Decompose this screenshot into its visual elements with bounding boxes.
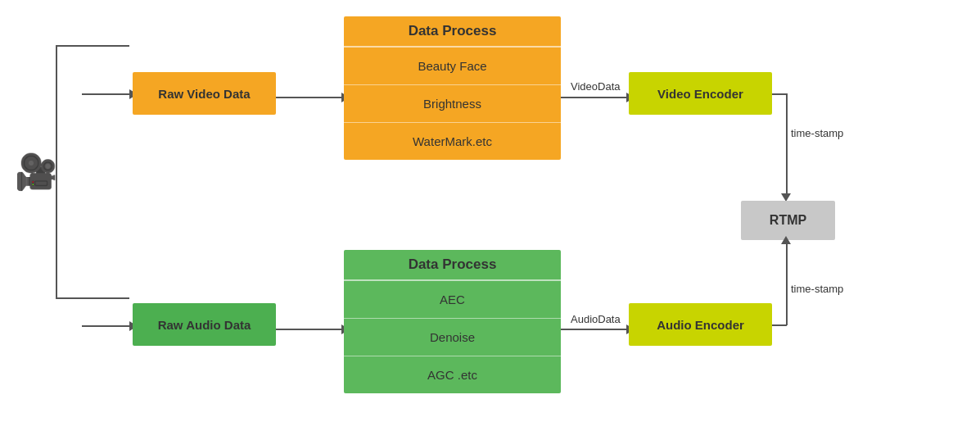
v-line-top bbox=[56, 45, 57, 172]
h-line-top bbox=[56, 45, 129, 47]
camera-icon: 🎥 bbox=[15, 152, 57, 192]
v-line-audio-encoder-rtmp bbox=[786, 241, 788, 302]
h-right-connector bbox=[772, 93, 787, 95]
arrow-to-raw-audio bbox=[82, 321, 138, 331]
audio-encoder-box: Audio Encoder bbox=[629, 303, 772, 346]
timestamp-label-2: time-stamp bbox=[791, 283, 843, 295]
arrow-dp-to-video-encoder bbox=[561, 93, 635, 102]
raw-audio-box: Raw Audio Data bbox=[133, 303, 276, 346]
audio-dp-row-3: AGC .etc bbox=[344, 356, 561, 393]
arrow-raw-video-to-dp bbox=[276, 93, 350, 102]
video-dp-row-2: Brightness bbox=[344, 85, 561, 123]
h-right-audio-connector bbox=[772, 324, 787, 326]
v-right-from-encoder bbox=[786, 93, 788, 116]
rtmp-box: RTMP bbox=[741, 201, 835, 240]
audio-dp-row-2: Denoise bbox=[344, 319, 561, 356]
diagram: 🎥 Raw Video Data Data Process Beauty Fac… bbox=[0, 0, 980, 431]
arrow-to-raw-video bbox=[82, 89, 138, 99]
raw-video-box: Raw Video Data bbox=[133, 72, 276, 115]
v-line-encoder-rtmp bbox=[786, 115, 788, 197]
arrow-dp-to-audio-encoder bbox=[561, 324, 635, 334]
audio-dp-row-1: AEC bbox=[344, 281, 561, 319]
v-right-from-audio-encoder bbox=[786, 302, 788, 325]
arrow-raw-audio-to-dp bbox=[276, 324, 350, 334]
arrowhead-up-rtmp bbox=[781, 236, 791, 244]
audio-dp-header: Data Process bbox=[344, 250, 561, 281]
video-data-label: VideoData bbox=[571, 80, 620, 93]
timestamp-label-1: time-stamp bbox=[791, 127, 843, 139]
video-dp-row-3: WaterMark.etc bbox=[344, 123, 561, 160]
audio-data-label: AudioData bbox=[571, 313, 621, 325]
video-encoder-box: Video Encoder bbox=[629, 72, 772, 115]
video-dp-header: Data Process bbox=[344, 16, 561, 48]
audio-data-process: Data Process AEC Denoise AGC .etc bbox=[344, 250, 561, 393]
video-dp-row-1: Beauty Face bbox=[344, 48, 561, 85]
video-data-process: Data Process Beauty Face Brightness Wate… bbox=[344, 16, 561, 160]
h-line-bottom bbox=[56, 297, 129, 299]
v-line-bottom bbox=[56, 172, 57, 299]
